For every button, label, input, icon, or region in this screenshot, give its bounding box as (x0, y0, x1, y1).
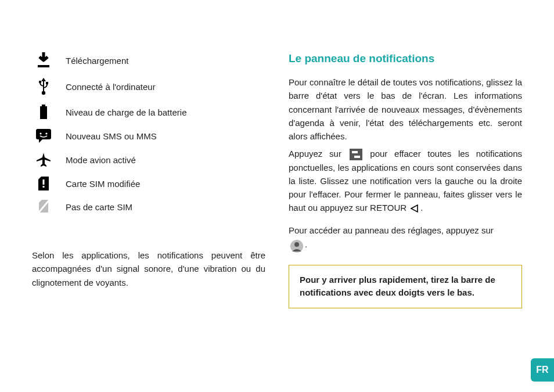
back-icon (410, 204, 419, 213)
svg-marker-11 (39, 139, 43, 143)
left-column: Téléchargement Connecté à l'ordinateur (32, 52, 265, 308)
list-item: Nouveau SMS ou MMS (32, 129, 265, 143)
sim-modified-icon (32, 177, 55, 190)
text-fragment: Appuyez sur (289, 149, 341, 159)
list-item-label: Carte SIM modifiée (66, 179, 140, 189)
svg-point-13 (45, 132, 47, 134)
airplane-icon (32, 152, 55, 167)
list-item-label: Nouveau SMS ou MMS (66, 131, 157, 141)
list-item-label: Niveau de charge de la batterie (66, 107, 186, 117)
svg-point-6 (39, 81, 41, 83)
svg-rect-17 (350, 149, 362, 160)
svg-rect-9 (40, 106, 47, 119)
panel-paragraph-2: Appuyez sur pour effacer toutes les noti… (289, 147, 522, 214)
usb-icon (32, 78, 55, 95)
panel-paragraph-1: Pour connaître le détail de toutes vos n… (289, 75, 522, 143)
language-badge: FR (531, 358, 554, 382)
svg-rect-15 (43, 186, 45, 188)
tip-box: Pour y arriver plus rapidement, tirez la… (289, 265, 522, 308)
text-fragment: . (305, 239, 307, 249)
svg-point-12 (39, 132, 41, 134)
svg-point-22 (294, 242, 299, 247)
list-item: Pas de carte SIM (32, 200, 265, 214)
panel-paragraph-3: Pour accéder au panneau des réglages, ap… (289, 224, 522, 253)
svg-rect-1 (42, 52, 45, 58)
no-sim-icon (32, 200, 55, 214)
list-item: Mode avion activé (32, 152, 265, 167)
svg-marker-20 (411, 205, 418, 212)
panel-heading: Le panneau de notifications (289, 52, 522, 65)
left-note-paragraph: Selon les applications, les notification… (32, 249, 265, 289)
list-item: Niveau de charge de la batterie (32, 105, 265, 120)
svg-rect-19 (354, 156, 360, 158)
battery-icon (32, 105, 55, 120)
clear-all-icon (350, 149, 362, 160)
download-icon (32, 52, 55, 69)
svg-rect-8 (42, 105, 45, 106)
list-item-label: Pas de carte SIM (66, 202, 132, 212)
list-item-label: Mode avion activé (66, 155, 136, 165)
notification-icons-list: Téléchargement Connecté à l'ordinateur (32, 52, 265, 214)
sms-icon (32, 129, 55, 143)
svg-rect-10 (36, 129, 51, 139)
svg-rect-18 (352, 151, 358, 153)
list-item: Connecté à l'ordinateur (32, 78, 265, 95)
svg-rect-7 (46, 82, 48, 84)
right-column: Le panneau de notifications Pour connaît… (289, 52, 522, 308)
list-item-label: Connecté à l'ordinateur (66, 82, 156, 92)
tip-text: Pour y arriver plus rapidement, tirez la… (300, 275, 495, 298)
svg-point-5 (42, 91, 45, 95)
list-item: Carte SIM modifiée (32, 177, 265, 190)
page-content: Téléchargement Connecté à l'ordinateur (0, 0, 554, 332)
list-item-label: Téléchargement (66, 56, 128, 66)
svg-rect-2 (38, 65, 49, 67)
text-fragment: . (420, 203, 423, 213)
list-item: Téléchargement (32, 52, 265, 69)
text-fragment: Pour accéder au panneau des réglages, ap… (289, 225, 494, 235)
settings-person-icon (290, 239, 304, 253)
svg-rect-14 (43, 179, 45, 185)
